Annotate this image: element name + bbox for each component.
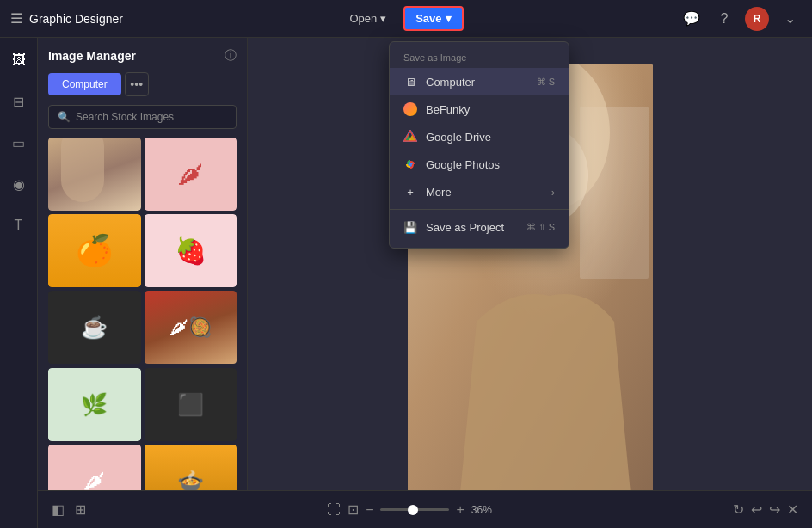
menu-item-befunky-label: BeFunky (426, 103, 470, 116)
more-options-button[interactable]: ••• (125, 72, 149, 96)
menu-section-label: Save as Image (390, 49, 569, 68)
google-drive-icon (403, 130, 417, 144)
header: ☰ Graphic Designer Open ▾ Save ▾ 💬 ? R ⌄ (0, 0, 812, 38)
sidebar: Image Manager ⓘ Computer ••• 🔍 Search St… (38, 38, 248, 528)
close-icon[interactable]: ✕ (787, 501, 798, 518)
more-icon: + (403, 185, 417, 199)
undo-icon[interactable]: ↩ (751, 501, 762, 518)
befunky-icon (403, 102, 417, 116)
tool-layers[interactable]: ▭ (5, 129, 33, 157)
search-icon: 🔍 (58, 111, 71, 123)
more-chevron-icon: › (551, 186, 555, 199)
list-item[interactable]: 🌶🥘 (145, 291, 237, 364)
image-grid: 🌶 🍊 🍓 ☕ 🌶🥘 (48, 138, 237, 518)
zoom-slider-thumb (408, 505, 418, 515)
save-project-icon: 💾 (403, 220, 417, 234)
crop-icon[interactable]: ⊡ (348, 501, 359, 518)
open-button[interactable]: Open ▾ (339, 7, 397, 30)
bottom-left-tools: ◧ ⊞ (52, 501, 86, 518)
search-placeholder: Search Stock Images (76, 111, 174, 123)
sidebar-title: Image Manager (48, 49, 136, 63)
sidebar-tabs: Computer ••• (48, 72, 237, 96)
info-icon[interactable]: ⓘ (225, 48, 237, 64)
menu-item-google-photos[interactable]: Google Photos (390, 150, 569, 178)
grid-icon[interactable]: ⊞ (75, 501, 86, 518)
list-item[interactable]: 🌿 (48, 368, 141, 441)
tool-people[interactable]: ◉ (5, 170, 33, 198)
zoom-in-icon[interactable]: + (456, 502, 464, 518)
list-item[interactable]: 🌶 (145, 138, 237, 211)
menu-item-more-label: More (426, 186, 452, 199)
hamburger-icon[interactable]: ☰ (10, 10, 22, 27)
google-photos-icon (403, 157, 417, 171)
fullscreen-icon[interactable]: ⛶ (327, 502, 341, 518)
sidebar-header: Image Manager ⓘ (48, 48, 237, 64)
header-left: ☰ Graphic Designer (10, 10, 123, 27)
zoom-slider[interactable] (380, 508, 449, 511)
save-project-shortcut: ⌘ ⇧ S (526, 222, 555, 233)
menu-item-befunky[interactable]: BeFunky (390, 95, 569, 123)
bottom-toolbar: ◧ ⊞ ⛶ ⊡ − + 36% ↻ ↩ ↪ ✕ (38, 490, 812, 528)
zoom-percent: 36% (471, 504, 492, 516)
header-right: 💬 ? R ⌄ (680, 7, 802, 31)
list-item[interactable]: 🍊 (48, 214, 141, 287)
menu-item-google-drive-label: Google Drive (426, 131, 491, 144)
header-center: Open ▾ Save ▾ (339, 6, 463, 31)
layers-icon[interactable]: ◧ (52, 501, 65, 518)
menu-divider (390, 209, 569, 210)
menu-item-computer-label: Computer (426, 76, 475, 89)
menu-item-google-photos-label: Google Photos (426, 158, 500, 171)
menu-item-more[interactable]: + More › (390, 178, 569, 206)
app-title: Graphic Designer (29, 12, 123, 26)
redo-icon[interactable]: ↪ (769, 501, 780, 518)
tool-text[interactable]: T (5, 212, 33, 239)
bottom-right-tools: ↻ ↩ ↪ ✕ (733, 501, 798, 518)
help-icon[interactable]: ? (712, 7, 736, 31)
list-item[interactable]: ⬛ (145, 368, 237, 441)
menu-item-computer[interactable]: 🖥 Computer ⌘ S (390, 68, 569, 95)
save-button[interactable]: Save ▾ (403, 6, 463, 31)
rotate-icon[interactable]: ↻ (733, 501, 744, 518)
menu-item-save-project-label: Save as Project (426, 221, 504, 234)
list-item[interactable]: 🍓 (145, 214, 237, 287)
save-dropdown-menu: Save as Image 🖥 Computer ⌘ S BeFunky Goo… (389, 41, 569, 249)
left-toolbar: 🖼 ⊟ ▭ ◉ T (0, 38, 38, 528)
computer-shortcut: ⌘ S (537, 77, 555, 88)
computer-tab[interactable]: Computer (48, 73, 121, 95)
computer-icon: 🖥 (403, 75, 417, 89)
list-item[interactable]: ☕ (48, 291, 141, 364)
bottom-center-tools: ⛶ ⊡ − + 36% (327, 501, 492, 518)
avatar[interactable]: R (745, 7, 769, 31)
message-icon[interactable]: 💬 (680, 7, 704, 31)
menu-item-google-drive[interactable]: Google Drive (390, 123, 569, 150)
zoom-out-icon[interactable]: − (366, 502, 373, 518)
menu-item-save-project[interactable]: 💾 Save as Project ⌘ ⇧ S (390, 213, 569, 241)
search-bar[interactable]: 🔍 Search Stock Images (48, 105, 237, 129)
tool-adjustments[interactable]: ⊟ (5, 88, 33, 115)
tool-image[interactable]: 🖼 (5, 46, 33, 74)
list-item[interactable] (48, 138, 141, 211)
expand-icon[interactable]: ⌄ (778, 7, 802, 31)
